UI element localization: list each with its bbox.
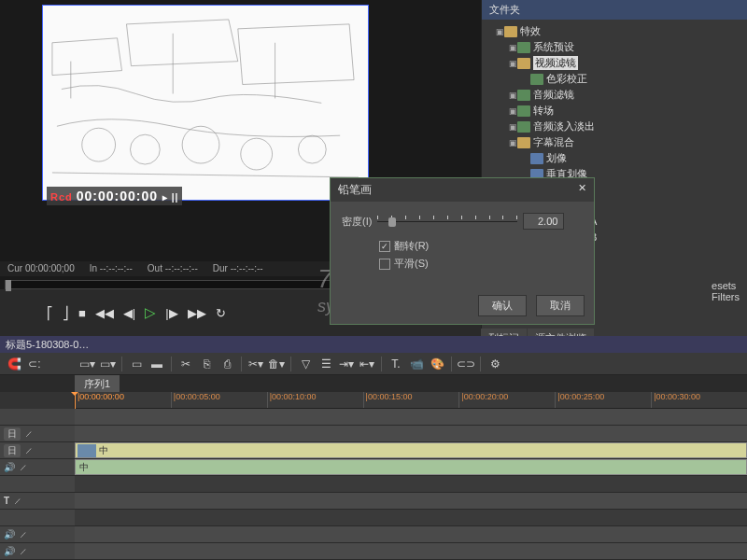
cut-icon[interactable]: ✂ [177,357,194,371]
tool-b-icon[interactable]: ▭▾ [99,357,116,371]
audio-clip[interactable]: 中 [75,459,747,475]
density-value[interactable]: 2.00 [523,213,564,230]
smooth-checkbox[interactable] [379,259,390,270]
track-title[interactable] [75,493,747,510]
track-empty2 [75,510,747,526]
rewind-button[interactable]: ◀◀ [95,306,114,320]
marker-icon[interactable]: ▽ [297,357,314,371]
sequence-tab[interactable]: 序列1 [75,375,120,393]
trans-a-icon[interactable]: ⇥▾ [338,357,355,371]
trans-b-icon[interactable]: ⇤▾ [359,357,375,371]
video-icon[interactable]: 📹 [408,357,425,371]
paste-icon[interactable]: ⎙ [218,357,235,371]
fx-icon [517,42,530,53]
fx-icon [517,105,530,117]
save-icon[interactable]: ▬ [148,357,165,371]
tree-label: 特效 [520,24,541,38]
density-slider[interactable] [377,214,517,229]
tree-item[interactable]: 划像 [484,150,745,166]
slider-thumb[interactable] [388,217,396,227]
preview-image [43,6,368,200]
track-head-v1[interactable]: 日⟋ [0,442,75,459]
ruler-tick: |00:00:10:00 [267,392,363,408]
split-icon[interactable]: ✂▾ [247,357,264,371]
pencil-sketch-dialog: 铅笔画 ✕ 密度(I) 2.00 ✓ 翻转(R) 平滑(S) 确认 取消 [330,177,595,325]
out-label: Out [148,263,162,273]
track-a2[interactable] [75,526,747,543]
track-v2[interactable] [75,426,747,442]
tree-item[interactable]: ▣转场 [484,103,745,119]
track-head-a1[interactable]: 🔊⟋ [0,459,75,476]
tree-label: 音频滤镜 [533,88,574,102]
tree-label: 字幕混合 [533,135,574,149]
flip-label: 翻转(R) [394,239,429,253]
record-timecode: Rcd00:00:00:00 ▸ || [47,187,182,205]
density-label: 密度(I) [342,215,372,229]
scrub-handle[interactable] [6,280,11,291]
tree-label: 色彩校正 [546,72,587,86]
delete-icon[interactable]: 🗑▾ [268,357,285,371]
next-frame-button[interactable]: |▶ [165,306,177,320]
link-icon[interactable]: ⊂⊃ [458,357,474,371]
tree-item[interactable]: ▣特效 [484,23,745,39]
title-icon[interactable]: T. [388,357,404,371]
color-icon[interactable]: 🎨 [429,357,445,371]
new-icon[interactable]: ▭ [128,357,145,371]
track-head-t[interactable]: T⟋ [0,493,75,510]
track-v1[interactable]: 中 [75,442,747,459]
dialog-titlebar[interactable]: 铅笔画 ✕ [331,178,594,202]
tree-item[interactable]: ▣系统预设 [484,39,745,55]
stop-button[interactable]: ■ [78,306,86,320]
tree-item[interactable]: ▣视频滤镜 [484,55,745,71]
track-a3[interactable] [75,543,747,560]
track-head-spacer [0,409,75,426]
project-title-bar: 标题5-180308-0… [0,336,747,353]
folder-icon [504,26,517,37]
tree-label: 音频淡入淡出 [533,119,595,133]
timeline-ruler[interactable]: |00:00:00:00|00:00:05:00|00:00:10:00|00:… [75,392,747,409]
flip-checkbox[interactable]: ✓ [379,241,390,252]
tool-a-icon[interactable]: ▭▾ [78,357,95,371]
flip-checkbox-row[interactable]: ✓ 翻转(R) [379,239,583,253]
timeline: 1 秒 ▾ |00:00:00:00|00:00:05:00|00:00:10:… [0,392,747,560]
smooth-checkbox-row[interactable]: 平滑(S) [379,257,583,271]
track-head-a3[interactable]: 🔊⟋ [0,543,75,560]
prev-frame-button[interactable]: ◀| [123,306,135,320]
track-a1[interactable]: 中 [75,459,747,476]
track-head-empty2 [0,510,75,526]
ruler-tick: |00:00:30:00 [651,392,747,408]
loop-button[interactable]: ↻ [216,306,226,320]
tree-label: 系统预设 [533,40,574,54]
settings-icon[interactable]: ⚙ [486,357,503,371]
sketch-effect-image [43,6,368,200]
t-icon [530,153,543,164]
group-icon[interactable]: ☰ [317,357,334,371]
tree-item[interactable]: 色彩校正 [484,71,745,87]
tree-item[interactable]: ▣音频淡入淡出 [484,119,745,134]
ok-button[interactable]: 确认 [478,295,527,316]
track-empty1 [75,476,747,493]
main-toolbar: 🧲 ⊂: ▭▾ ▭▾ ▭ ▬ ✂ ⎘ ⎙ ✂▾ 🗑▾ ▽ ☰ ⇥▾ ⇤▾ T. … [0,353,747,375]
play-button[interactable]: ▷ [145,304,156,321]
forward-button[interactable]: ▶▶ [188,306,206,320]
video-clip[interactable]: 中 [75,442,747,458]
cancel-button[interactable]: 取消 [536,295,585,316]
tree-label: 划像 [546,151,567,165]
ruler-tick: |00:00:25:00 [555,392,651,408]
ruler-tick: |00:00:05:00 [171,392,267,408]
track-head-a2[interactable]: 🔊⟋ [0,526,75,543]
tree-label: 转场 [533,104,554,118]
mark-in-button[interactable]: ⎡ [47,306,53,320]
snap-icon[interactable]: ⊂: [26,357,43,371]
magnet-icon[interactable]: 🧲 [6,357,22,371]
preview-monitor[interactable] [42,5,369,201]
track-head-v2[interactable]: 日⟋ [0,426,75,442]
ruler-tick: |00:00:20:00 [458,392,555,408]
mark-out-button[interactable]: ⎦ [63,306,69,320]
close-icon[interactable]: ✕ [578,182,586,198]
cur-time: 00:00:00;00 [25,263,75,273]
copy-icon[interactable]: ⎘ [198,357,215,371]
tree-item[interactable]: ▣音频滤镜 [484,87,745,103]
extra-text: esets Filters [712,280,740,302]
tree-item[interactable]: ▣字幕混合 [484,134,745,150]
